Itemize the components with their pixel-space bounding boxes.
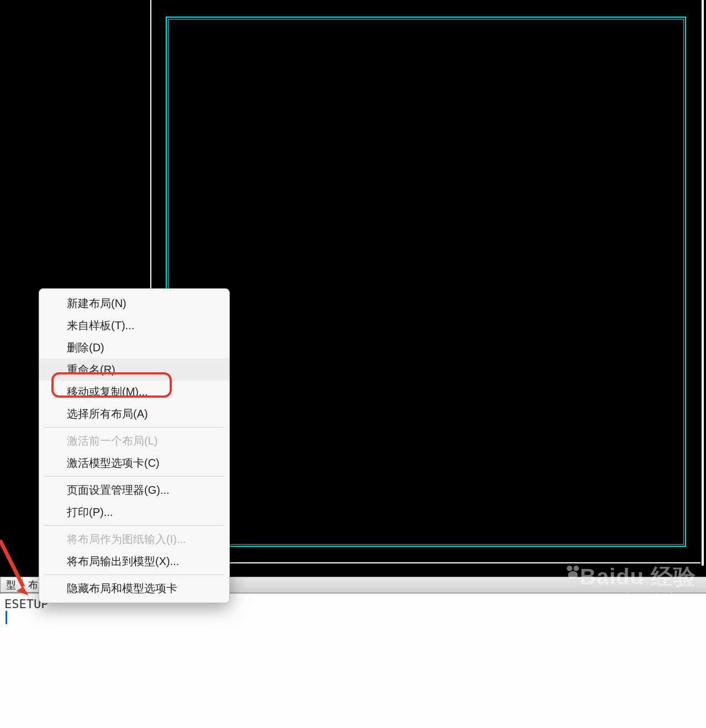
command-cursor [6, 611, 7, 624]
menu-select-all-layouts[interactable]: 选择所有布局(A) [39, 403, 229, 425]
paw-icon [565, 566, 581, 580]
menu-page-setup-manager[interactable]: 页面设置管理器(G)... [39, 479, 229, 501]
menu-export-layout-to-model[interactable]: 将布局输出到模型(X)... [39, 550, 229, 572]
paper-outline-inner2 [168, 19, 684, 545]
menu-delete[interactable]: 删除(D) [39, 336, 229, 358]
tab-model[interactable]: 型 [0, 577, 24, 593]
layout-context-menu: 新建布局(N)来自样板(T)...删除(D)重命名(R)移动或复制(M)...选… [39, 288, 230, 603]
menu-rename[interactable]: 重命名(R) [39, 358, 229, 381]
menu-separator [44, 476, 225, 477]
menu-move-or-copy[interactable]: 移动或复制(M)... [39, 381, 229, 403]
command-line[interactable]: ESETUP [0, 593, 706, 728]
menu-activate-previous-layout: 激活前一个布局(L) [39, 430, 229, 452]
watermark-brand: Baidu 经验 [580, 565, 696, 589]
menu-separator [44, 427, 225, 428]
menu-plot[interactable]: 打印(P)... [39, 501, 229, 523]
watermark: Baidu 经验 jingyan.baidu.com [552, 562, 696, 601]
menu-separator [44, 574, 225, 575]
menu-import-layout-as-sheet: 将布局作为图纸输入(I)... [39, 528, 229, 550]
watermark-sub: jingyan.baidu.com [552, 591, 696, 601]
menu-activate-model-tab[interactable]: 激活模型选项卡(C) [39, 452, 229, 474]
menu-from-template[interactable]: 来自样板(T)... [39, 314, 229, 336]
menu-separator [44, 525, 225, 526]
menu-hide-layout-model-tabs[interactable]: 隐藏布局和模型选项卡 [39, 577, 229, 599]
menu-new-layout[interactable]: 新建布局(N) [39, 292, 229, 314]
